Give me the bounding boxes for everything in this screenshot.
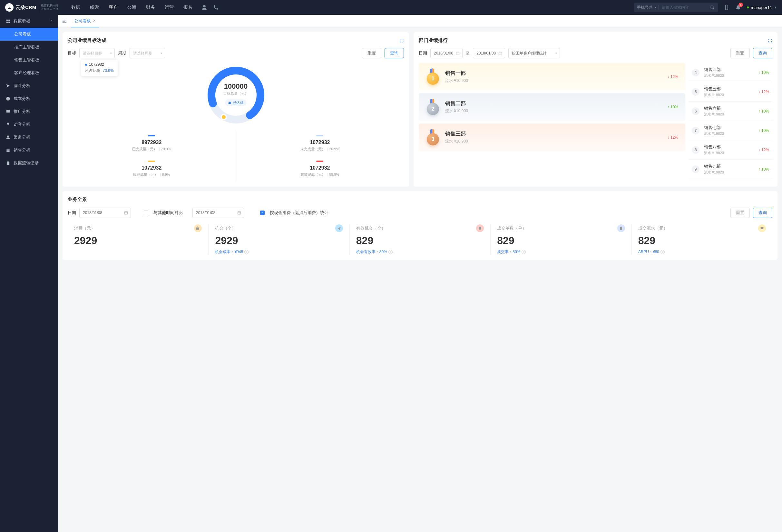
- query-button[interactable]: 查询: [753, 48, 772, 58]
- svg-rect-3: [8, 20, 10, 21]
- top-bar: ☁ 云朵CRM 教育机构一站式服务云平台 数据线索客户公海财务运营报名 手机号码…: [0, 0, 782, 15]
- topnav-item[interactable]: 线索: [90, 4, 99, 10]
- sidebar-sub-item[interactable]: 销售主管看板: [0, 54, 58, 66]
- ranking-card: 部门业绩排行 日期 2018/01/08 至 2018/01/08 按工单客户经…: [414, 32, 778, 187]
- topnav-item[interactable]: 运营: [165, 4, 174, 10]
- logo-subtitle: 教育机构一站式服务云平台: [39, 4, 58, 11]
- chart-tooltip: 1072932 所占比例: 70.9%: [81, 60, 118, 76]
- rank-row[interactable]: 4销售四部流水 ¥19020↑ 10%: [688, 63, 772, 82]
- sidebar-item[interactable]: 渠道分析: [0, 131, 58, 144]
- menu-icon: [6, 109, 10, 114]
- topnav-item[interactable]: 公海: [127, 4, 136, 10]
- sidebar-item[interactable]: 推广分析: [0, 105, 58, 118]
- date-to-input[interactable]: 2018/01/08: [473, 48, 505, 58]
- rank-row[interactable]: 7销售七部流水 ¥19020↑ 10%: [688, 121, 772, 140]
- metric-card: 机会（个）2929机会成本：¥948?: [209, 224, 349, 255]
- sidebar: 数据看板 ˄ 公司看板推广主管看板销售主管看板客户经理看板 漏斗分析成本分析推广…: [0, 15, 58, 264]
- donut-chart: 1072932 所占比例: 70.9% 100000 目标总量（元） 已达成: [68, 63, 404, 127]
- expand-icon[interactable]: [768, 38, 772, 43]
- sidebar-group-dashboard[interactable]: 数据看板 ˄: [0, 15, 58, 28]
- metric-card: 成交流水（元）829ARPU：¥80?: [632, 224, 772, 255]
- medal-icon: 2: [426, 99, 440, 115]
- topnav-item[interactable]: 报名: [183, 4, 192, 10]
- metric-card: 消费（元）2929: [68, 224, 209, 255]
- topnav-item[interactable]: 财务: [146, 4, 155, 10]
- query-button[interactable]: 查询: [385, 48, 404, 58]
- device-icon[interactable]: [724, 4, 730, 10]
- date-label: 日期: [419, 50, 427, 56]
- expand-icon[interactable]: [399, 38, 404, 43]
- rank-row[interactable]: 5销售五部流水 ¥19020↓ 12%: [688, 82, 772, 102]
- compare-date-input[interactable]: 2018/01/08: [192, 208, 244, 218]
- goal-card: 公司业绩目标达成 目标 请选择目标 周期 请选择周期 重置 查询 1072932: [63, 32, 409, 187]
- svg-rect-10: [499, 52, 502, 55]
- menu-icon: [6, 96, 10, 101]
- rank-row[interactable]: 8销售八部流水 ¥19020↓ 12%: [688, 140, 772, 159]
- cash-checkbox[interactable]: [260, 211, 264, 215]
- topnav-item[interactable]: 客户: [109, 4, 118, 10]
- reset-button[interactable]: 重置: [731, 48, 750, 58]
- compare-label: 与其他时间对比: [153, 210, 183, 216]
- svg-rect-11: [125, 212, 128, 214]
- date-from-input[interactable]: 2018/01/08: [430, 48, 463, 58]
- chevron-down-icon: ▼: [774, 6, 777, 9]
- overview-date-input[interactable]: 2018/01/08: [79, 208, 131, 218]
- rank-row[interactable]: 9销售九部流水 ¥19020↑ 10%: [688, 159, 772, 179]
- search-type-select[interactable]: 手机号码: [634, 5, 659, 10]
- sidebar-item[interactable]: 成本分析: [0, 92, 58, 105]
- card-title: 部门业绩排行: [419, 37, 448, 43]
- svg-rect-2: [6, 20, 8, 21]
- menu-icon: [6, 161, 10, 166]
- target-select[interactable]: 请选择目标: [79, 48, 115, 58]
- rank-top-card[interactable]: 2销售二部流水 ¥10,900↑ 10%: [419, 93, 685, 121]
- sidebar-item[interactable]: 销售分析: [0, 144, 58, 157]
- sidebar-item[interactable]: 漏斗分析: [0, 79, 58, 92]
- sidebar-item[interactable]: 访客分析: [0, 118, 58, 131]
- sidebar-sub-item[interactable]: 公司看板: [0, 28, 58, 41]
- user-menu[interactable]: manager11 ▼: [747, 5, 777, 10]
- close-icon[interactable]: ✕: [93, 19, 96, 23]
- phone-icon[interactable]: [213, 4, 219, 10]
- user-icon[interactable]: [202, 4, 207, 10]
- reset-button[interactable]: 重置: [362, 48, 381, 58]
- medal-icon: 3: [426, 129, 440, 145]
- rank-row[interactable]: 6销售六部流水 ¥19020↑ 10%: [688, 102, 772, 121]
- metric-icon: [617, 224, 625, 232]
- dashboard-icon: [6, 19, 10, 24]
- sidebar-sub-item[interactable]: 推广主管看板: [0, 41, 58, 54]
- search-icon[interactable]: [710, 5, 715, 10]
- rank-top-card[interactable]: 1销售一部流水 ¥10,900↓ 12%: [419, 63, 685, 91]
- help-icon[interactable]: ?: [661, 250, 665, 254]
- help-icon[interactable]: ?: [244, 250, 249, 254]
- search-input[interactable]: [659, 5, 707, 10]
- search-box: 手机号码: [634, 3, 718, 12]
- collapse-icon[interactable]: [62, 19, 67, 24]
- notification-count: 5: [739, 3, 743, 7]
- cash-label: 按现金消费（返点后消费）统计: [270, 210, 328, 216]
- sidebar-item[interactable]: 数据流转记录: [0, 157, 58, 170]
- menu-icon: [6, 135, 10, 140]
- help-icon[interactable]: ?: [522, 250, 526, 254]
- tab-company-dashboard[interactable]: 公司看板 ✕: [71, 15, 99, 27]
- metric-icon: [476, 224, 484, 232]
- rank-mode-select[interactable]: 按工单客户经理统计: [508, 48, 560, 58]
- metric-icon: [194, 224, 202, 232]
- query-button[interactable]: 查询: [753, 208, 772, 218]
- sidebar-sub-item[interactable]: 客户经理看板: [0, 66, 58, 79]
- calendar-icon: [237, 211, 241, 215]
- period-select[interactable]: 请选择周期: [130, 48, 165, 58]
- topnav-item[interactable]: 数据: [71, 4, 80, 10]
- date-label: 日期: [68, 210, 76, 216]
- help-icon[interactable]: ?: [388, 250, 393, 254]
- logo[interactable]: ☁ 云朵CRM 教育机构一站式服务云平台: [5, 3, 58, 11]
- donut-label: 目标总量（元）: [223, 91, 248, 96]
- chevron-up-icon: ˄: [50, 20, 52, 23]
- notification-button[interactable]: 5: [735, 4, 741, 11]
- logo-text: 云朵CRM: [15, 4, 36, 11]
- metric-card: 有效机会（个）829机会有效率：80%?: [350, 224, 491, 255]
- rank-top-card[interactable]: 3销售三部流水 ¥10,900↓ 12%: [419, 123, 685, 151]
- menu-icon: [6, 148, 10, 152]
- menu-icon: [6, 122, 10, 127]
- reset-button[interactable]: 重置: [731, 208, 750, 218]
- compare-checkbox[interactable]: [144, 211, 148, 215]
